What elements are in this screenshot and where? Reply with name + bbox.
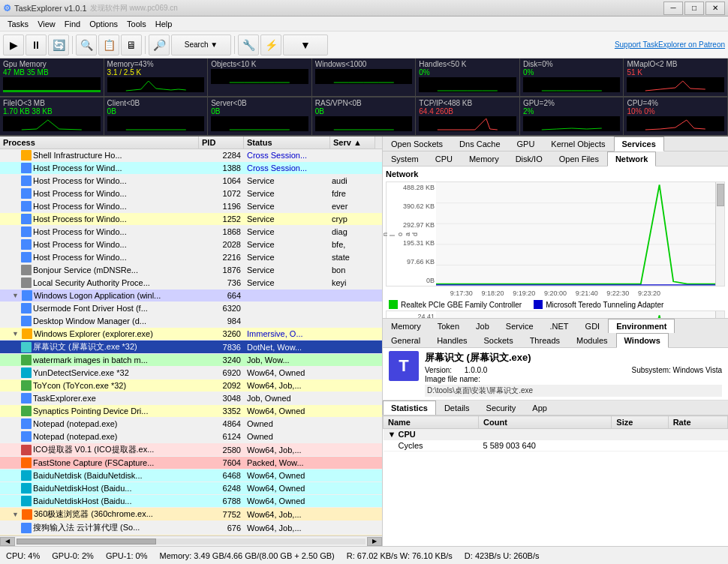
table-row[interactable]: BaiduNetdisk (BaiduNetdisk... 6468 Wow64… <box>0 470 382 482</box>
close-button[interactable]: ✕ <box>705 2 725 15</box>
scroll-left[interactable]: ◀ <box>0 537 15 546</box>
chart-scroll-thumb[interactable] <box>717 184 724 206</box>
tab-sockets[interactable]: Sockets <box>476 333 522 347</box>
svg-rect-0 <box>436 182 715 286</box>
tb-btn-7[interactable]: 🔎 <box>149 34 170 56</box>
tab-network[interactable]: Network <box>607 152 656 166</box>
tab-diskio[interactable]: Disk/IO <box>507 152 551 166</box>
table-row-winlogon[interactable]: ▼Windows Logon Application (winl... 664 <box>0 290 382 302</box>
table-row-taskexplorer[interactable]: TaskExplorer.exe 3048 Job, Owned <box>0 392 382 405</box>
menu-tasks[interactable]: Tasks <box>3 18 33 30</box>
table-row[interactable]: Host Process for Windo... 1252 Service c… <box>0 213 382 226</box>
stats-tab-security[interactable]: Security <box>478 400 525 415</box>
tab-threads[interactable]: Threads <box>522 333 568 347</box>
table-row[interactable]: FastStone Capture (FSCapture... 7604 Pac… <box>0 457 382 470</box>
scroll-right[interactable]: ▶ <box>367 537 382 546</box>
table-row-watermark[interactable]: watermark images in batch m... 3240 Job,… <box>0 354 382 367</box>
horizontal-scrollbar[interactable]: ◀ ▶ <box>0 536 382 546</box>
tb-btn-search-expand[interactable]: Search ▼ <box>171 34 231 56</box>
left-panel: Process PID Status Serv ▲ Shell Infrastr… <box>0 136 383 546</box>
menu-help[interactable]: Help <box>151 18 177 30</box>
menu-find[interactable]: Find <box>60 18 85 30</box>
upload-chart-scrollbar[interactable] <box>715 311 724 318</box>
process-list[interactable]: Shell Infrastructure Ho... 2284 Cross Se… <box>0 149 382 536</box>
tb-btn-3[interactable]: 🔄 <box>48 34 69 56</box>
table-row[interactable]: Usermode Font Driver Host (f... 6320 <box>0 302 382 315</box>
tab-kernel-objects[interactable]: Kernel Objects <box>543 136 613 151</box>
col-pid[interactable]: PID <box>199 136 244 148</box>
tab-net[interactable]: .NET <box>542 319 577 333</box>
tb-btn-8[interactable]: 🔧 <box>238 34 259 56</box>
tab-service[interactable]: Service <box>498 319 542 333</box>
tab-open-files[interactable]: Open Files <box>551 152 607 166</box>
tab-services[interactable]: Services <box>614 136 664 152</box>
col-name[interactable]: Name <box>384 416 479 429</box>
tab-gpu[interactable]: GPU <box>509 136 543 151</box>
tab-environment[interactable]: Environment <box>608 319 675 334</box>
table-row[interactable]: Host Process for Windo... 1868 Service d… <box>0 226 382 238</box>
tb-btn-1[interactable]: ▶ <box>3 34 24 56</box>
tb-btn-5[interactable]: 📋 <box>98 34 119 56</box>
tb-btn-9[interactable]: ⚡ <box>260 34 281 56</box>
stats-tab-app[interactable]: App <box>524 400 555 415</box>
table-row[interactable]: Host Process for Windo... 1072 Service f… <box>0 188 382 200</box>
menu-options[interactable]: Options <box>85 18 122 30</box>
table-row[interactable]: YunDetectService.exe *32 6920 Wow64, Own… <box>0 367 382 380</box>
stats-tab-details[interactable]: Details <box>436 400 478 415</box>
chart-scrollbar[interactable] <box>715 182 724 286</box>
minimize-button[interactable]: ─ <box>663 2 683 15</box>
tab-memory[interactable]: Memory <box>461 152 507 166</box>
col-process[interactable]: Process <box>0 136 199 148</box>
table-row[interactable]: BaiduNetdiskHost (Baidu... 6248 Wow64, O… <box>0 482 382 495</box>
table-row[interactable]: Host Process for Windo... 2028 Service b… <box>0 238 382 251</box>
table-row[interactable]: Notepad (notepad.exe) 6124 Owned <box>0 430 382 443</box>
table-row-selected[interactable]: 屏幕识文 (屏幕识文.exe *32) 7836 DotNet, Wow... <box>0 340 382 354</box>
tab-memory-proc[interactable]: Memory <box>383 319 429 333</box>
table-row-local-security[interactable]: Local Security Authority Proce... 736 Se… <box>0 277 382 290</box>
table-row[interactable]: ToYcon (ToYcon.exe *32) 2092 Wow64, Job,… <box>0 380 382 392</box>
maximize-button[interactable]: □ <box>684 2 704 15</box>
tab-gdi[interactable]: GDI <box>577 319 609 333</box>
scroll-thumb[interactable] <box>17 538 156 544</box>
tab-job[interactable]: Job <box>468 319 498 333</box>
tb-btn-10[interactable]: ▼ <box>283 34 328 56</box>
stats-tab-statistics[interactable]: Statistics <box>383 400 436 415</box>
col-status[interactable]: Status <box>244 136 330 148</box>
table-row[interactable]: Host Process for Windo... 1196 Service e… <box>0 200 382 213</box>
table-row[interactable]: 搜狗输入法 云计算代理 (So... 676 Wow64, Job,... <box>0 521 382 535</box>
table-row[interactable]: Desktop Window Manager (d... 984 <box>0 315 382 328</box>
tab-system[interactable]: System <box>383 152 427 166</box>
tab-windows-proc[interactable]: Windows <box>616 333 669 348</box>
tab-token[interactable]: Token <box>429 319 468 333</box>
tb-btn-6[interactable]: 🖥 <box>121 34 142 56</box>
table-row-explorer[interactable]: ▼Windows Explorer (explorer.exe) 3260 Im… <box>0 328 382 340</box>
table-row[interactable]: Host Process for Wind... 1388 Cross Sess… <box>0 162 382 175</box>
tab-cpu[interactable]: CPU <box>427 152 461 166</box>
table-row[interactable]: Bonjour Service (mDNSRe... 1876 Service … <box>0 264 382 277</box>
tab-general[interactable]: General <box>383 333 429 347</box>
table-row[interactable]: Host Process for Windo... 1064 Service a… <box>0 175 382 188</box>
table-row[interactable]: Host Process for Windo... 2216 Service s… <box>0 251 382 264</box>
table-row[interactable]: BaiduNetdiskHost (Baidu... 6788 Wow64, O… <box>0 495 382 508</box>
tb-btn-4[interactable]: 🔍 <box>76 34 97 56</box>
tab-modules[interactable]: Modules <box>568 333 616 347</box>
tab-dns-cache[interactable]: Dns Cache <box>451 136 508 151</box>
tab-open-sockets[interactable]: Open Sockets <box>383 136 451 151</box>
table-row[interactable]: Notepad (notepad.exe) 4864 Owned <box>0 418 382 430</box>
tb-btn-2[interactable]: ⏸ <box>26 34 47 56</box>
col-count[interactable]: Count <box>479 416 612 429</box>
menu-tools[interactable]: Tools <box>122 18 151 30</box>
menu-view[interactable]: View <box>33 18 60 30</box>
col-rate[interactable]: Rate <box>668 416 727 429</box>
tab-handles[interactable]: Handles <box>429 333 475 347</box>
table-row-360[interactable]: ▼360极速浏览器 (360chrome.ex... 7752 Wow64, J… <box>0 508 382 521</box>
support-link[interactable]: Support TaskExplorer on Patreon <box>615 40 725 49</box>
col-size[interactable]: Size <box>612 416 668 429</box>
main-area: Process PID Status Serv ▲ Shell Infrastr… <box>0 136 728 546</box>
col-serv[interactable]: Serv ▲ <box>330 136 375 148</box>
proc-icon <box>21 470 32 481</box>
table-row[interactable]: Shell Infrastructure Ho... 2284 Cross Se… <box>0 149 382 162</box>
menubar: Tasks View Find Options Tools Help <box>0 16 728 32</box>
table-row[interactable]: ICO提取器 V0.1 (ICO提取器.ex... 2580 Wow64, Jo… <box>0 443 382 457</box>
table-row-synaptics[interactable]: Synaptics Pointing Device Dri... 3352 Wo… <box>0 405 382 418</box>
